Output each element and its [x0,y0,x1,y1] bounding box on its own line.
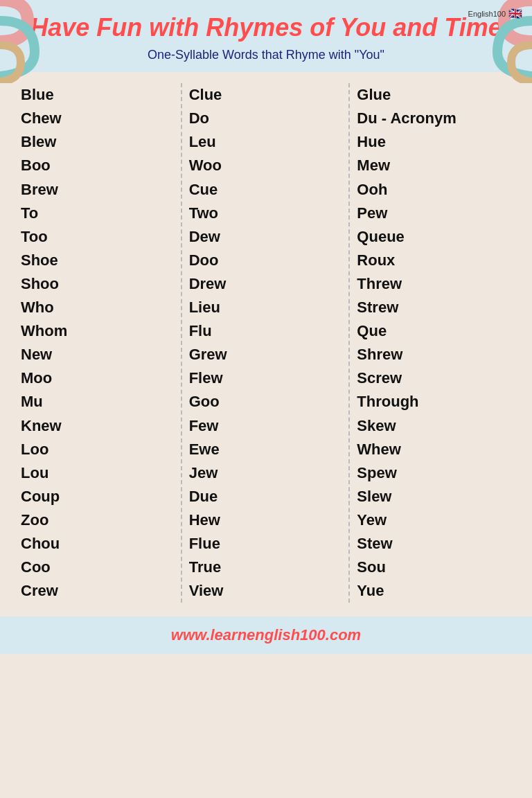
word-item: Woo [189,154,344,177]
word-item: Spew [357,461,511,485]
word-item: Zoo [21,508,175,532]
subtitle-bold: Syllable Words that Rhyme with "You" [175,48,384,62]
column-2: ClueDoLeuWooCueTwoDewDooDrewLieuFluGrewF… [182,83,351,603]
word-item: Whew [357,438,511,461]
word-item: Glue [357,83,511,107]
word-item: Hue [357,130,511,154]
word-item: Blew [21,130,175,154]
column-3: GlueDu - AcronymHueMewOohPewQueueRouxThr… [350,83,518,603]
word-item: Screw [357,366,511,390]
column-1: BlueChewBlewBooBrewToTooShoeShooWhoWhomN… [14,83,182,603]
word-item: Slew [357,485,511,508]
word-item: Mew [357,154,511,177]
word-item: Two [189,202,344,225]
word-item: Que [357,319,511,343]
word-item: Cue [189,178,344,202]
word-item: Strew [357,296,511,319]
word-item: Ooh [357,178,511,202]
word-item: Yue [357,579,511,603]
word-item: Brew [21,178,175,202]
word-item: Whom [21,319,175,343]
word-item: Flu [189,319,344,343]
word-item: Roux [357,249,511,272]
page-title: Have Fun with Rhymes of You and Time [14,12,518,42]
word-item: Skew [357,414,511,438]
word-item: Doo [189,249,344,272]
word-item: Du - Acronym [357,107,511,130]
word-item: Hew [189,508,344,532]
word-item: Mu [21,390,175,414]
word-item: Knew [21,414,175,438]
word-item: True [189,556,344,579]
word-item: Yew [357,508,511,532]
word-item: Flew [189,366,344,390]
word-item: Who [21,296,175,319]
word-item: Clue [189,83,344,107]
word-item: Loo [21,438,175,461]
word-item: View [189,579,344,603]
word-item: Too [21,225,175,249]
word-item: Coo [21,556,175,579]
word-item: Shoo [21,272,175,296]
word-item: Crew [21,579,175,603]
word-item: Lieu [189,296,344,319]
subtitle-start: One- [148,48,175,62]
word-item: Chou [21,532,175,556]
deco-arc-left [0,0,48,83]
word-item: Threw [357,272,511,296]
word-item: Shoe [21,249,175,272]
word-item: Due [189,485,344,508]
word-item: Do [189,107,344,130]
page-subtitle: One-Syllable Words that Rhyme with "You" [14,48,518,62]
word-item: Dew [189,225,344,249]
main-content: BlueChewBlewBooBrewToTooShoeShooWhoWhomN… [0,72,532,610]
word-item: Lou [21,461,175,485]
brand-label: English100 🇬🇧 [468,7,522,20]
word-item: Through [357,390,511,414]
word-item: Grew [189,343,344,366]
word-item: Ewe [189,438,344,461]
word-item: Shrew [357,343,511,366]
word-item: Boo [21,154,175,177]
word-item: Drew [189,272,344,296]
footer-url: www.learnenglish100.com [7,626,525,644]
word-item: Sou [357,556,511,579]
word-item: Chew [21,107,175,130]
header: English100 🇬🇧 Have Fun with Rhymes of Yo… [0,0,532,72]
word-item: New [21,343,175,366]
word-item: Pew [357,202,511,225]
footer: www.learnenglish100.com [0,617,532,654]
word-item: Leu [189,130,344,154]
word-item: Flue [189,532,344,556]
word-item: Queue [357,225,511,249]
word-item: Moo [21,366,175,390]
word-columns: BlueChewBlewBooBrewToTooShoeShooWhoWhomN… [14,83,518,603]
word-item: Stew [357,532,511,556]
word-item: To [21,202,175,225]
word-item: Goo [189,390,344,414]
word-item: Blue [21,83,175,107]
word-item: Coup [21,485,175,508]
word-item: Jew [189,461,344,485]
word-item: Few [189,414,344,438]
